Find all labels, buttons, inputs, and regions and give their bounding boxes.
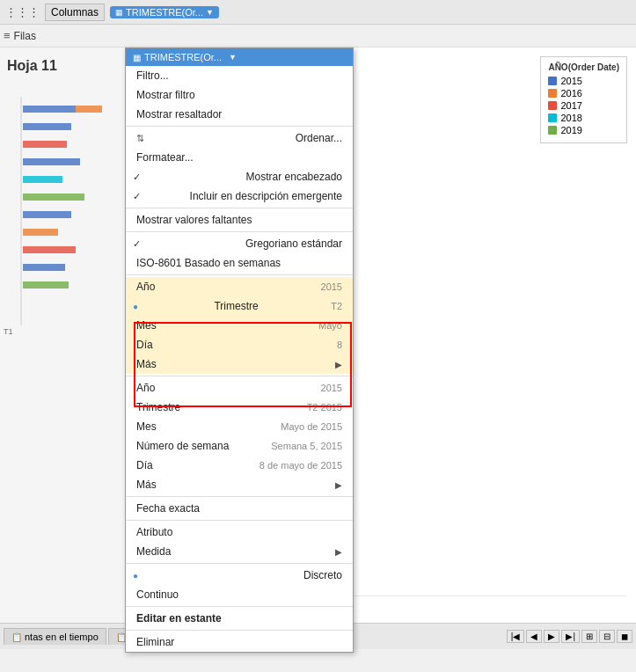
- legend-color-2015: [548, 77, 557, 85]
- menu-anio2[interactable]: Año 2015: [126, 378, 353, 398]
- svg-rect-4: [23, 141, 67, 148]
- legend-label-2017: 2017: [560, 100, 581, 111]
- svg-rect-11: [23, 264, 65, 271]
- sheet-title: Hoja 11: [4, 55, 136, 77]
- menu-mostrar-resaltador[interactable]: Mostrar resaltador: [126, 105, 353, 124]
- svg-rect-8: [23, 211, 71, 218]
- sep4: [126, 274, 353, 275]
- legend-title: AÑO(Order Date): [548, 62, 619, 72]
- menu-atributo[interactable]: Atributo: [126, 522, 353, 542]
- menu-header: ▦ TRIMESTRE(Or... ▼: [126, 48, 353, 66]
- menu-anio1[interactable]: Año 2015: [126, 277, 353, 296]
- toolbar: ⋮⋮⋮ Columnas ▦ TRIMESTRE(Or... ▼: [0, 0, 636, 25]
- legend-color-2016: [548, 89, 557, 98]
- svg-text:T1: T1: [4, 327, 13, 336]
- menu-header-icon: ▦: [133, 53, 141, 62]
- menu-eliminar[interactable]: Eliminar: [126, 632, 353, 652]
- columns-label[interactable]: Columnas: [45, 4, 105, 21]
- context-menu: ▦ TRIMESTRE(Or... ▼ Filtro... Mostrar fi…: [125, 47, 354, 653]
- svg-rect-12: [23, 281, 69, 289]
- rows-icon: ≡: [4, 29, 11, 42]
- tab-ctrl-next[interactable]: ▶: [544, 630, 559, 643]
- menu-mes1[interactable]: Mes Mayo: [126, 316, 353, 335]
- medida-arrow: ▶: [335, 547, 342, 557]
- menu-num-semana[interactable]: Número de semana Semana 5, 2015: [126, 436, 353, 456]
- tab-ctrl-prev[interactable]: ◀: [526, 630, 542, 643]
- svg-rect-3: [23, 123, 71, 130]
- main-area: Hoja 11 T1 250K 200K 150K 100K: [0, 47, 636, 623]
- columns-icon: ⋮⋮⋮: [5, 5, 40, 18]
- tab-ctrl-last[interactable]: ▶|: [561, 630, 580, 643]
- rows-label: Filas: [14, 30, 36, 42]
- legend-label-2018: 2018: [560, 113, 581, 123]
- legend-item-2016: 2016: [548, 88, 619, 99]
- pill-dropdown-arrow[interactable]: ▼: [206, 8, 214, 17]
- menu-mas2[interactable]: Más ▶: [126, 475, 353, 494]
- menu-gregoriano[interactable]: Gregoriano estándar: [126, 234, 353, 253]
- menu-continuo[interactable]: Continuo: [126, 585, 353, 604]
- legend-label-2015: 2015: [560, 76, 581, 86]
- legend-item-2017: 2017: [548, 100, 619, 111]
- menu-mes2[interactable]: Mes Mayo de 2015: [126, 417, 353, 436]
- tab-ctrl-new[interactable]: ◼: [617, 630, 632, 643]
- menu-ordenar[interactable]: ⇅ Ordenar...: [126, 128, 353, 148]
- tab-ventas-label: ntas en el tiempo: [25, 632, 99, 642]
- sep8: [126, 563, 353, 564]
- legend-color-2017: [548, 101, 557, 110]
- legend-label-2016: 2016: [560, 88, 581, 99]
- sep5: [126, 376, 353, 376]
- tab-ctrl-first[interactable]: |◀: [507, 630, 525, 643]
- menu-dia2[interactable]: Día 8 de mayo de 2015: [126, 456, 353, 475]
- svg-rect-7: [23, 194, 84, 201]
- menu-medida[interactable]: Medida ▶: [126, 542, 353, 561]
- pill-label: TRIMESTRE(Or...: [126, 7, 203, 18]
- svg-rect-9: [23, 229, 58, 236]
- menu-trimestre1[interactable]: Trimestre T2: [126, 296, 353, 316]
- legend-item-2019: 2019: [548, 125, 619, 135]
- svg-rect-2: [76, 106, 102, 113]
- legend-item-2015: 2015: [548, 76, 619, 86]
- svg-rect-5: [23, 158, 80, 165]
- menu-trimestre2[interactable]: Trimestre T2 2015: [126, 398, 353, 417]
- left-panel: Hoja 11 T1: [0, 47, 141, 623]
- menu-dia1[interactable]: Día 8: [126, 335, 353, 354]
- tab-ctrl-grid2[interactable]: ⊟: [599, 630, 615, 643]
- mas2-arrow: ▶: [335, 480, 342, 490]
- sep1: [126, 126, 353, 127]
- sep2: [126, 208, 353, 208]
- sep6: [126, 496, 353, 497]
- sep3: [126, 231, 353, 232]
- tab-ventas-icon: 📋: [11, 632, 22, 642]
- svg-rect-10: [23, 246, 76, 253]
- menu-mostrar-encabezado[interactable]: Mostrar encabezado: [126, 167, 353, 186]
- menu-formatear[interactable]: Formatear...: [126, 148, 353, 167]
- svg-rect-6: [23, 176, 62, 183]
- legend: AÑO(Order Date) 2015 2016 2017 2018 2019: [540, 56, 627, 143]
- legend-color-2018: [548, 113, 557, 122]
- menu-mostrar-filtro[interactable]: Mostrar filtro: [126, 85, 353, 105]
- menu-mas1[interactable]: Más ▶: [126, 354, 353, 374]
- tab-ventas[interactable]: 📋 ntas en el tiempo: [4, 628, 106, 645]
- menu-fecha-exacta[interactable]: Fecha exacta: [126, 499, 353, 518]
- sep9: [126, 606, 353, 607]
- menu-header-label: TRIMESTRE(Or...: [144, 52, 222, 62]
- rows-shelf: ≡ Filas: [0, 25, 636, 47]
- tab-ctrl-grid1[interactable]: ⊞: [581, 630, 597, 643]
- menu-iso8601[interactable]: ISO-8601 Basado en semanas: [126, 253, 353, 273]
- tab-controls: |◀ ◀ ▶ ▶| ⊞ ⊟ ◼: [507, 630, 632, 643]
- sep7: [126, 520, 353, 521]
- legend-label-2019: 2019: [560, 125, 581, 135]
- menu-incluir-desc[interactable]: Incluir en descripción emergente: [126, 186, 353, 206]
- legend-color-2019: [548, 126, 557, 135]
- legend-item-2018: 2018: [548, 113, 619, 123]
- menu-mostrar-faltantes[interactable]: Mostrar valores faltantes: [126, 210, 353, 230]
- sep10: [126, 630, 353, 631]
- menu-filtro[interactable]: Filtro...: [126, 66, 353, 85]
- menu-discreto[interactable]: Discreto: [126, 566, 353, 585]
- menu-header-arrow: ▼: [229, 53, 237, 62]
- svg-rect-1: [23, 106, 76, 113]
- trimestre-pill[interactable]: ▦ TRIMESTRE(Or... ▼: [110, 6, 219, 18]
- mas1-arrow: ▶: [335, 360, 342, 369]
- menu-editar[interactable]: Editar en estante: [126, 609, 353, 628]
